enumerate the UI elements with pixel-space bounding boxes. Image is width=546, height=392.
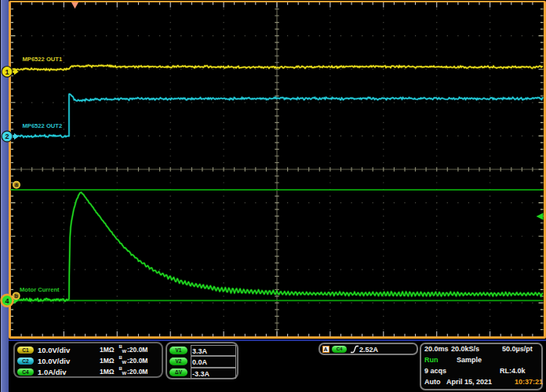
svg-text:1: 1 xyxy=(5,68,9,76)
svg-text:a: a xyxy=(15,182,18,187)
svg-text:2: 2 xyxy=(5,132,9,140)
svg-text:MP6522 OUT2: MP6522 OUT2 xyxy=(23,122,63,129)
svg-text:b: b xyxy=(15,293,18,299)
svg-text:MP6522 OUT1: MP6522 OUT1 xyxy=(23,56,63,63)
svg-text:Motor Current: Motor Current xyxy=(20,286,60,293)
svg-text:4: 4 xyxy=(5,297,9,305)
